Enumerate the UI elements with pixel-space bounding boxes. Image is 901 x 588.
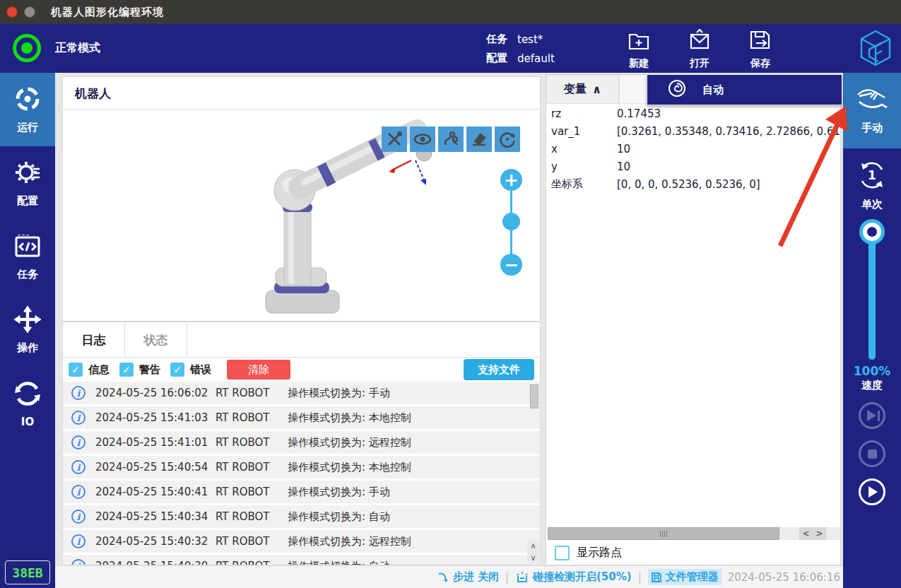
config-value: default (517, 52, 555, 65)
collision-detection-toggle[interactable]: 碰撞检测开启(50%) (515, 570, 632, 584)
horizontal-scrollbar: < > (548, 527, 840, 540)
warning-checkbox[interactable]: ✓ (119, 363, 134, 377)
tab-variables-label: 变量 (564, 82, 587, 97)
tools-button[interactable] (382, 127, 407, 152)
log-entry[interactable]: i 2024-05-25 16:06:02 RT ROBOT 操作模式切换为: … (63, 382, 540, 404)
log-tabs: 日志 状态 (63, 322, 540, 358)
log-time: 2024-05-25 16:06:02 (95, 387, 216, 399)
save-button[interactable]: 保存 (742, 28, 779, 70)
scroll-right-button[interactable]: > (813, 527, 826, 540)
variable-row[interactable]: x 10 (546, 140, 840, 158)
sidebar-item-task[interactable]: 任务 (0, 220, 55, 293)
rotate-view-button[interactable] (495, 127, 520, 152)
show-waypoints-row: 显示路点 (555, 546, 622, 560)
tab-status[interactable]: 状态 (125, 322, 187, 357)
sidebar-item-operate[interactable]: 操作 (0, 293, 55, 367)
status-timestamp: 2024-05-25 16:06:16 (728, 571, 840, 584)
save-floppy-icon (748, 28, 773, 56)
log-scrollbar-thumb[interactable] (530, 384, 538, 408)
sidebar-item-io-label: IO (21, 416, 34, 428)
log-entry[interactable]: i 2024-05-25 15:40:32 RT ROBOT 操作模式切换为: … (63, 530, 540, 553)
speed-percent: 100% (843, 364, 901, 379)
new-button[interactable]: 新建 (620, 28, 657, 70)
window-titlebar: 机器人图形化编程环境 (0, 0, 901, 24)
info-icon: i (71, 435, 86, 449)
file-manager-button[interactable]: 文件管理器 (648, 569, 722, 585)
robot-panel: 机器人 (62, 76, 541, 322)
variable-value: 10 (617, 160, 840, 173)
left-sidebar: 运行 配置 任务 (0, 73, 55, 588)
run-icon (13, 85, 42, 116)
log-entry[interactable]: i 2024-05-25 15:40:34 RT ROBOT 操作模式切换为: … (63, 505, 540, 528)
sidebar-item-run[interactable]: 运行 (0, 73, 55, 146)
clear-button[interactable]: 清除 (227, 360, 290, 380)
sidebar-item-config-label: 配置 (17, 194, 38, 208)
log-message: 操作模式切换为: 自动 (288, 510, 540, 524)
log-entry[interactable]: i 2024-05-25 15:40:41 RT ROBOT 操作模式切换为: … (63, 481, 540, 503)
zoom-slider-thumb[interactable] (502, 213, 520, 230)
window-minimize-button[interactable] (24, 6, 35, 18)
window-close-button[interactable] (6, 6, 18, 18)
support-files-button[interactable]: 支持文件 (464, 359, 534, 380)
log-time: 2024-05-25 15:41:01 (95, 436, 216, 449)
manual-mode-button[interactable]: 手动 (843, 73, 901, 148)
path-button[interactable] (438, 127, 464, 152)
info-icon: i (71, 559, 86, 565)
task-config-block: 任务 test* 配置 default (486, 30, 555, 68)
open-button[interactable]: 打开 (681, 28, 718, 70)
zoom-in-button[interactable]: + (500, 169, 522, 191)
sidebar-item-run-label: 运行 (17, 121, 38, 134)
view-toolbar (382, 127, 520, 152)
task-label: 任务 (486, 33, 507, 46)
variable-name: var_1 (546, 125, 617, 138)
log-message: 操作模式切换为: 本地控制 (288, 461, 540, 474)
log-entry[interactable]: i 2024-05-25 15:40:30 RT ROBOT 操作模式切换为: … (63, 555, 540, 565)
speed-slider-track[interactable] (868, 238, 876, 360)
variable-value: 0.17453 (617, 107, 840, 120)
variable-row[interactable]: y 10 (546, 158, 840, 175)
status-badge: 38EB (5, 560, 50, 584)
speed-slider-thumb[interactable] (863, 223, 881, 241)
step-forward-button[interactable] (859, 402, 885, 429)
scroll-down-button[interactable]: ∨ (527, 552, 539, 564)
stop-button[interactable] (859, 440, 885, 467)
sidebar-item-config[interactable]: 配置 (0, 146, 55, 220)
log-time: 2024-05-25 15:40:34 (95, 510, 216, 523)
log-scroll-buttons: ∧ ∨ (527, 540, 539, 564)
log-entry[interactable]: i 2024-05-25 15:41:03 RT ROBOT 操作模式切换为: … (63, 406, 540, 429)
play-button[interactable] (859, 478, 885, 505)
stop-icon (868, 449, 877, 459)
show-waypoints-checkbox[interactable] (555, 546, 570, 560)
log-entry[interactable]: i 2024-05-25 15:41:01 RT ROBOT 操作模式切换为: … (63, 431, 540, 454)
chevron-up-icon: ∧ (592, 83, 601, 96)
move-arrows-icon (13, 305, 42, 336)
mode-dropdown: 自动 (647, 74, 842, 105)
sidebar-item-io[interactable]: IO (0, 367, 55, 440)
log-entry[interactable]: i 2024-05-25 15:40:54 RT ROBOT 操作模式切换为: … (63, 456, 540, 478)
scroll-up-button[interactable]: ∧ (527, 540, 539, 552)
app-logo-icon (859, 29, 893, 70)
speed-label: 速度 (843, 379, 901, 392)
tab-variables[interactable]: 变量 ∧ (546, 75, 619, 104)
single-run-label: 单次 (861, 198, 883, 211)
eraser-button[interactable] (466, 127, 492, 152)
tab-log[interactable]: 日志 (63, 322, 125, 357)
variable-row[interactable]: rz 0.17453 (546, 105, 840, 122)
variable-row[interactable]: 坐标系 [0, 0, 0, 0.5236, 0.5236, 0] (546, 175, 840, 193)
variable-value: 10 (617, 143, 840, 155)
log-message: 操作模式切换为: 手动 (288, 486, 540, 499)
variable-row[interactable]: var_1 [0.3261, 0.35348, 0.73416, 2.72866… (546, 122, 840, 140)
auto-mode-menu-item[interactable]: 自动 (702, 83, 724, 97)
visibility-button[interactable] (410, 127, 435, 152)
speed-slider (843, 223, 901, 364)
log-time: 2024-05-25 15:40:54 (95, 461, 216, 474)
file-manager-label: 文件管理器 (666, 570, 719, 584)
info-checkbox[interactable]: ✓ (69, 363, 83, 377)
scroll-left-button[interactable]: < (799, 527, 813, 540)
horizontal-scrollbar-thumb[interactable] (548, 527, 779, 540)
error-checkbox[interactable]: ✓ (170, 363, 184, 377)
speed-readout: 100% 速度 (843, 364, 901, 392)
step-mode-toggle[interactable]: 步进 关闭 (437, 570, 499, 584)
zoom-out-button[interactable]: − (500, 254, 522, 276)
single-run-button[interactable]: 1 单次 (843, 148, 901, 223)
